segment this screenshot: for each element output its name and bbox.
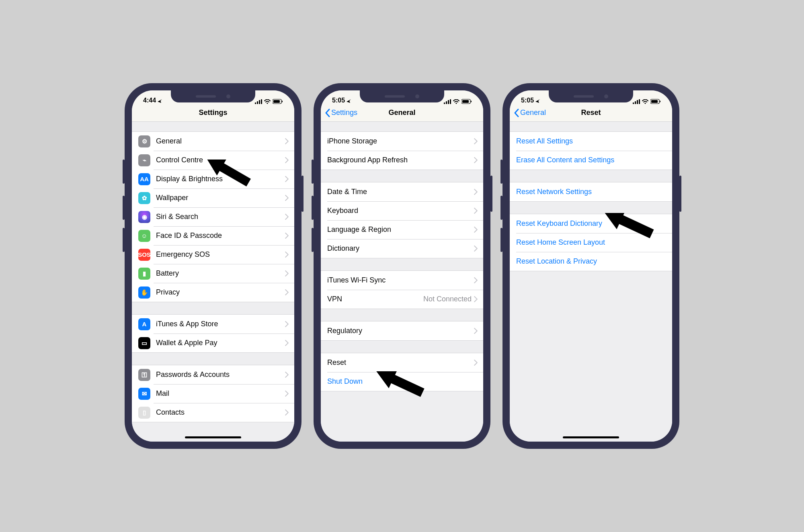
row-label: Reset Keyboard Dictionary xyxy=(516,219,667,228)
row-label: Regulatory xyxy=(327,327,474,335)
row-value: Not Connected xyxy=(423,295,472,303)
row-bg[interactable]: Background App Refresh xyxy=(321,151,483,170)
cellular-signal-icon xyxy=(444,99,451,104)
row-dict[interactable]: Dictionary xyxy=(321,239,483,258)
chevron-right-icon xyxy=(474,138,478,144)
chevron-right-icon xyxy=(285,289,289,295)
chevron-right-icon xyxy=(474,328,478,334)
chevron-right-icon xyxy=(474,157,478,163)
row-display[interactable]: AADisplay & Brightness xyxy=(132,170,294,188)
chevron-right-icon xyxy=(285,340,289,346)
row-storage[interactable]: iPhone Storage xyxy=(321,132,483,151)
row-label: General xyxy=(156,137,285,145)
row-reg[interactable]: Regulatory xyxy=(321,321,483,340)
row-label: Keyboard xyxy=(327,207,474,215)
row-label: Erase All Content and Settings xyxy=(516,156,667,164)
row-label: Privacy xyxy=(156,288,285,297)
back-button[interactable]: Settings xyxy=(321,108,357,117)
notch xyxy=(171,90,255,102)
row-label: Siri & Search xyxy=(156,213,285,221)
row-itunes[interactable]: AiTunes & App Store xyxy=(132,315,294,334)
battery-icon xyxy=(273,99,283,104)
row-label: iTunes & App Store xyxy=(156,320,285,328)
row-contacts[interactable]: ▯Contacts xyxy=(132,403,294,422)
row-network[interactable]: Reset Network Settings xyxy=(510,182,672,201)
row-label: Reset Location & Privacy xyxy=(516,257,667,266)
wallet-icon: ▭ xyxy=(138,337,150,349)
row-vpn[interactable]: VPNNot Connected xyxy=(321,290,483,309)
row-lang[interactable]: Language & Region xyxy=(321,220,483,239)
row-kbddict[interactable]: Reset Keyboard Dictionary xyxy=(510,214,672,233)
chevron-right-icon xyxy=(285,391,289,397)
chevron-right-icon xyxy=(285,157,289,163)
row-label: Reset Home Screen Layout xyxy=(516,238,667,247)
back-label: Settings xyxy=(331,108,357,117)
face-icon: ☺︎ xyxy=(138,230,150,242)
row-general[interactable]: ⚙︎General xyxy=(132,132,294,151)
chevron-right-icon xyxy=(285,409,289,415)
chevron-right-icon xyxy=(285,270,289,276)
row-label: Passwords & Accounts xyxy=(156,370,285,379)
row-home[interactable]: Reset Home Screen Layout xyxy=(510,233,672,252)
chevron-right-icon xyxy=(474,227,478,233)
row-passwords[interactable]: ⚿Passwords & Accounts xyxy=(132,365,294,384)
row-label: VPN xyxy=(327,295,423,303)
row-allsettings[interactable]: Reset All Settings xyxy=(510,132,672,151)
home-indicator[interactable] xyxy=(563,436,619,438)
reset-list[interactable]: Reset All SettingsErase All Content and … xyxy=(510,122,672,442)
row-label: Language & Region xyxy=(327,225,474,234)
location-icon xyxy=(535,98,540,103)
row-privacy[interactable]: ✋Privacy xyxy=(132,283,294,302)
battery-icon xyxy=(461,99,472,104)
cellular-signal-icon xyxy=(255,99,262,104)
row-loc[interactable]: Reset Location & Privacy xyxy=(510,252,672,271)
row-label: Dictionary xyxy=(327,244,474,253)
back-button[interactable]: General xyxy=(510,108,546,117)
row-reset[interactable]: Reset xyxy=(321,353,483,372)
row-date[interactable]: Date & Time xyxy=(321,182,483,201)
notch xyxy=(549,90,633,102)
page-title: Settings xyxy=(132,108,294,117)
store-icon: A xyxy=(138,318,150,330)
chevron-right-icon xyxy=(285,233,289,239)
nav-bar: Settings xyxy=(132,104,294,122)
display-icon: AA xyxy=(138,173,150,185)
row-kbd[interactable]: Keyboard xyxy=(321,201,483,220)
chevron-right-icon xyxy=(285,195,289,201)
row-label: Wallpaper xyxy=(156,194,285,202)
row-siri[interactable]: ◉Siri & Search xyxy=(132,207,294,226)
row-label: Battery xyxy=(156,269,285,278)
settings-list[interactable]: ⚙︎General⌁Control CentreAADisplay & Brig… xyxy=(132,122,294,442)
chevron-right-icon xyxy=(474,246,478,252)
row-control[interactable]: ⌁Control Centre xyxy=(132,151,294,170)
row-eraseall[interactable]: Erase All Content and Settings xyxy=(510,151,672,170)
contacts-icon: ▯ xyxy=(138,407,150,419)
mail-icon: ✉︎ xyxy=(138,388,150,400)
row-faceid[interactable]: ☺︎Face ID & Passcode xyxy=(132,226,294,245)
row-battery[interactable]: ▮Battery xyxy=(132,264,294,283)
battery-icon xyxy=(650,99,661,104)
row-label: Shut Down xyxy=(327,377,478,386)
row-ituneswifi[interactable]: iTunes Wi-Fi Sync xyxy=(321,271,483,290)
screen-reset: 5:05 General Reset Reset All SettingsEra… xyxy=(510,90,672,442)
wifi-icon xyxy=(453,99,459,104)
home-indicator[interactable] xyxy=(185,436,241,438)
row-label: Reset Network Settings xyxy=(516,188,667,196)
general-list[interactable]: iPhone StorageBackground App RefreshDate… xyxy=(321,122,483,442)
row-wallet[interactable]: ▭Wallet & Apple Pay xyxy=(132,334,294,352)
row-label: Reset xyxy=(327,358,474,367)
row-mail[interactable]: ✉︎Mail xyxy=(132,384,294,403)
control-icon: ⌁ xyxy=(138,154,150,166)
screen-general: 5:05 Settings General iPhone StorageBack… xyxy=(321,90,483,442)
row-shutdown[interactable]: Shut Down xyxy=(321,372,483,391)
row-wallpaper[interactable]: ✿Wallpaper xyxy=(132,188,294,207)
row-label: Emergency SOS xyxy=(156,250,285,259)
phone-reset: 5:05 General Reset Reset All SettingsEra… xyxy=(503,83,679,449)
row-sos[interactable]: SOSEmergency SOS xyxy=(132,245,294,264)
row-label: Reset All Settings xyxy=(516,137,667,145)
chevron-right-icon xyxy=(285,138,289,144)
row-label: Face ID & Passcode xyxy=(156,231,285,240)
row-label: iTunes Wi-Fi Sync xyxy=(327,276,474,284)
nav-bar: General Reset xyxy=(510,104,672,122)
chevron-right-icon xyxy=(285,176,289,182)
